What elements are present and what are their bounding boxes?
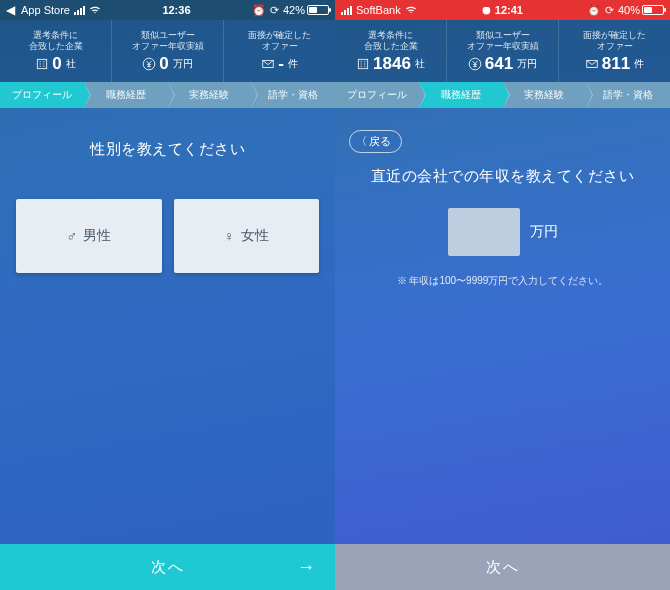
metric-companies: 選考条件に 合致した企業 0社 [0,20,112,82]
wifi-icon [89,5,101,15]
option-male[interactable]: ♂ 男性 [16,199,162,273]
metrics-bar: 選考条件に 合致した企業 1846社 類似ユーザー オファー年収実績 641万円… [335,20,670,82]
chevron-left-icon: ◀ [6,3,15,17]
svg-rect-0 [38,59,47,68]
tab-work-history[interactable]: 職務経歴 [419,82,503,108]
building-icon [356,57,370,71]
option-female[interactable]: ♀ 女性 [174,199,320,273]
content-area: 性別を教えてください ♂ 男性 ♀ 女性 [0,108,335,273]
clock: 12:36 [162,4,190,16]
alarm-icon: ⏰ [252,4,266,17]
female-icon: ♀ [224,228,235,244]
battery-percent: 40% [618,4,640,16]
salary-unit-label: 万円 [530,223,558,241]
option-male-label: 男性 [83,227,111,245]
back-label: 戻る [369,134,391,149]
tab-work-history[interactable]: 職務経歴 [84,82,168,108]
tab-profile[interactable]: プロフィール [0,82,84,108]
hint-text: 年収は100〜9999万円で入力してください。 [349,274,656,288]
clock: ⏺ 12:41 [481,4,523,16]
signal-icon [341,6,352,15]
yen-icon [468,57,482,71]
tab-language[interactable]: 語学・資格 [251,82,335,108]
next-button[interactable]: 次へ → [0,544,335,590]
orientation-lock-icon: ⟳ [270,4,279,17]
screenshot-right: SoftBank ⏺ 12:41 ⏰ ⟳ 40% 選考条件に 合致した企業 18… [335,0,670,590]
yen-icon [142,57,156,71]
carrier-label: SoftBank [356,4,401,16]
svg-rect-3 [358,59,367,68]
tab-experience[interactable]: 実務経験 [503,82,587,108]
battery-icon [307,5,329,15]
wifi-icon [405,5,417,15]
next-label: 次へ [486,558,520,577]
battery-icon [642,5,664,15]
chevron-left-icon: 〈 [356,134,367,149]
back-app-label: App Store [21,4,70,16]
alarm-icon: ⏰ [587,4,601,17]
building-icon [35,57,49,71]
content-area: 〈 戻る 直近の会社での年収を教えてください 万円 年収は100〜9999万円で… [335,108,670,288]
metric-companies: 選考条件に 合致した企業 1846社 [335,20,447,82]
question-text: 直近の会社での年収を教えてください [349,167,656,186]
status-left[interactable]: ◀ App Store [6,3,101,17]
male-icon: ♂ [67,228,78,244]
metrics-bar: 選考条件に 合致した企業 0社 類似ユーザー オファー年収実績 0万円 面接が確… [0,20,335,82]
next-label: 次へ [151,558,185,577]
status-bar: SoftBank ⏺ 12:41 ⏰ ⟳ 40% [335,0,670,20]
metric-salary: 類似ユーザー オファー年収実績 0万円 [112,20,224,82]
status-right: ⏰ ⟳ 42% [252,4,329,17]
orientation-lock-icon: ⟳ [605,4,614,17]
salary-input[interactable] [448,208,520,256]
progress-tabs: プロフィール 職務経歴 実務経験 語学・資格 [0,82,335,108]
signal-icon [74,6,85,15]
metric-offers: 面接が確定した オファー -件 [224,20,335,82]
mail-icon [261,57,275,71]
tab-language[interactable]: 語学・資格 [586,82,670,108]
battery-percent: 42% [283,4,305,16]
progress-tabs: プロフィール 職務経歴 実務経験 語学・資格 [335,82,670,108]
mail-icon [585,57,599,71]
arrow-right-icon: → [297,557,317,578]
metric-salary: 類似ユーザー オファー年収実績 641万円 [447,20,559,82]
status-right: ⏰ ⟳ 40% [587,4,664,17]
metric-offers: 面接が確定した オファー 811件 [559,20,670,82]
screenshot-left: ◀ App Store 12:36 ⏰ ⟳ 42% 選考条件に 合致した企業 0… [0,0,335,590]
status-bar: ◀ App Store 12:36 ⏰ ⟳ 42% [0,0,335,20]
next-button[interactable]: 次へ [335,544,670,590]
tab-profile[interactable]: プロフィール [335,82,419,108]
status-left: SoftBank [341,4,417,16]
question-text: 性別を教えてください [14,140,321,159]
option-female-label: 女性 [241,227,269,245]
back-button[interactable]: 〈 戻る [349,130,402,153]
tab-experience[interactable]: 実務経験 [168,82,252,108]
